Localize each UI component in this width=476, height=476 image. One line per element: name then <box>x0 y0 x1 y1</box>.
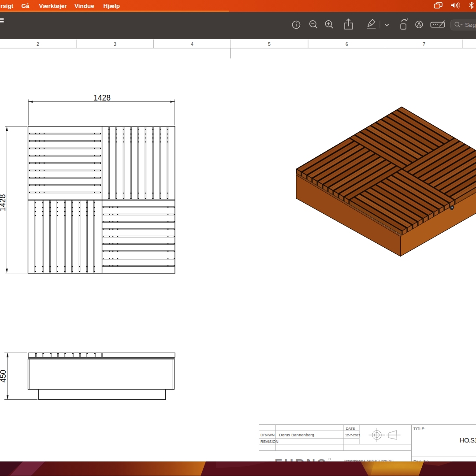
svg-text:DRAWN: DRAWN <box>260 433 275 437</box>
svg-text:DATE: DATE <box>346 427 355 431</box>
svg-text:2: 2 <box>37 41 39 47</box>
svg-text:7: 7 <box>423 41 425 47</box>
svg-text:5: 5 <box>268 41 271 47</box>
svg-text:1428: 1428 <box>93 93 111 102</box>
svg-text:450: 450 <box>0 370 7 383</box>
svg-text:1428: 1428 <box>0 194 7 212</box>
svg-text:HO.S1428: HO.S1428 <box>460 436 476 444</box>
svg-text:3: 3 <box>114 41 116 47</box>
svg-text:6: 6 <box>346 41 348 47</box>
svg-text:12-7-2021: 12-7-2021 <box>345 433 361 437</box>
svg-text:Dorus Bannenberg: Dorus Bannenberg <box>279 432 314 437</box>
svg-text:REVISION: REVISION <box>260 439 279 444</box>
svg-text:4: 4 <box>191 41 193 47</box>
svg-text:TITLE:: TITLE: <box>413 427 425 431</box>
